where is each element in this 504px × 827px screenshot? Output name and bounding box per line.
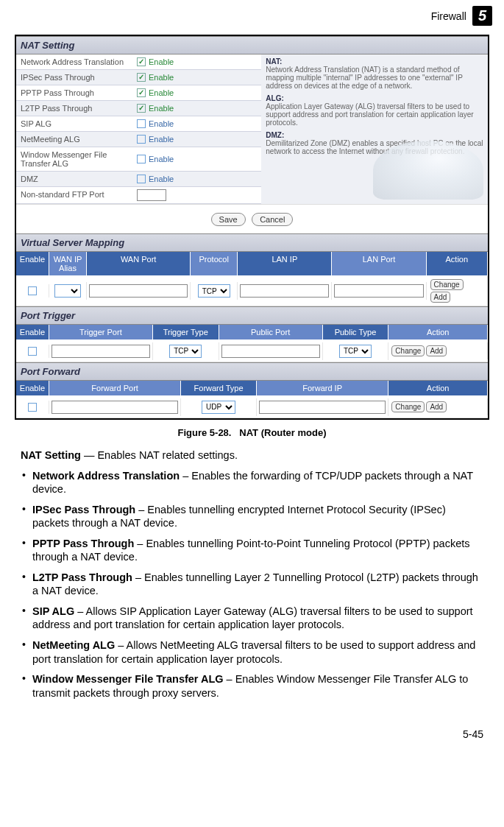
chapter-badge: 5 (472, 6, 492, 26)
pf-forward-ip-input[interactable] (259, 401, 386, 414)
pt-change-button[interactable]: Change (391, 345, 425, 356)
pt-add-button[interactable]: Add (426, 345, 447, 356)
pt-header-row: Enable Trigger Port Trigger Type Public … (16, 325, 488, 340)
body-text: NAT Setting — Enables NAT related settin… (0, 448, 504, 700)
vsm-lan-port-input[interactable] (334, 284, 423, 298)
col-enable: Enable (16, 325, 49, 340)
vsm-wan-port-input[interactable] (89, 284, 188, 298)
help-dmz-term: DMZ: (266, 131, 284, 139)
intro-rest: — Enables NAT related settings. (81, 449, 238, 461)
vsm-lan-ip-input[interactable] (240, 284, 329, 298)
nat-row-label: IPSec Pass Through (16, 70, 134, 85)
nat-row-label: PPTP Pass Through (16, 85, 134, 100)
col-wan-port: WAN Port (87, 252, 191, 276)
nat-row-label: SIP ALG (16, 116, 134, 131)
pt-enable-checkbox[interactable] (28, 347, 37, 356)
checkbox-checked-icon[interactable]: ✓ (137, 88, 146, 97)
vsm-add-button[interactable]: Add (430, 292, 451, 303)
section-virtual-server-mapping: Virtual Server Mapping (16, 233, 488, 252)
col-action: Action (388, 325, 488, 340)
list-item-rest: – Allows SIP Application Layer Gateway (… (32, 605, 473, 631)
nat-row: Non-standard FTP Port (16, 187, 261, 204)
pf-change-button[interactable]: Change (391, 401, 425, 412)
col-forward-type: Forward Type (181, 381, 257, 396)
pf-enable-checkbox[interactable] (28, 403, 37, 412)
checkbox-unchecked-icon[interactable]: ✓ (137, 119, 146, 128)
nat-row: Network Address Translation✓Enable (16, 54, 261, 70)
col-action: Action (388, 381, 488, 396)
pf-forward-type-select[interactable]: UDP (202, 401, 235, 414)
col-lan-ip: LAN IP (238, 252, 332, 276)
checkbox-unchecked-icon[interactable]: ✓ (137, 155, 146, 163)
nat-row: PPTP Pass Through✓Enable (16, 85, 261, 101)
nat-row-label: L2TP Pass Through (16, 101, 134, 116)
nat-row: Window Messenger File Transfer ALG✓Enabl… (16, 147, 261, 172)
section-nat-setting: NAT Setting (16, 36, 488, 54)
list-item: NetMeeting ALG – Allows NetMeeting ALG t… (21, 638, 483, 666)
list-item: PPTP Pass Through – Enables tunnelling P… (21, 537, 483, 564)
checkbox-unchecked-icon[interactable]: ✓ (137, 135, 146, 144)
list-item: SIP ALG – Allows SIP Application Layer G… (21, 605, 483, 632)
header-section: Firewall (431, 10, 466, 22)
checkbox-unchecked-icon[interactable]: ✓ (137, 175, 146, 183)
nat-row-value (134, 187, 261, 203)
enable-label: Enable (149, 155, 174, 163)
list-item-term: Network Address Translation (32, 470, 180, 482)
col-enable: Enable (16, 381, 49, 396)
nat-row-value: ✓Enable (134, 172, 261, 186)
vsm-wan-ip-alias-select[interactable] (54, 284, 80, 298)
list-item: Window Messenger File Transfer ALG – Ena… (21, 672, 483, 700)
ftp-port-input[interactable] (137, 189, 166, 201)
vsm-change-button[interactable]: Change (430, 279, 464, 290)
enable-label: Enable (149, 119, 174, 128)
pt-row: TCP TCP Change Add (16, 340, 488, 362)
nat-row-value: ✓Enable (134, 70, 261, 85)
enable-label: Enable (149, 57, 174, 66)
nat-row-label: Non-standard FTP Port (16, 187, 134, 203)
nat-row-label: NetMeeting ALG (16, 132, 134, 147)
vsm-protocol-select[interactable]: TCP (198, 284, 230, 298)
checkbox-checked-icon[interactable]: ✓ (137, 73, 146, 82)
checkbox-checked-icon[interactable]: ✓ (137, 104, 146, 113)
col-trigger-port: Trigger Port (49, 325, 153, 340)
col-protocol: Protocol (191, 252, 238, 276)
save-button[interactable]: Save (211, 213, 246, 226)
pf-add-button[interactable]: Add (426, 401, 447, 412)
enable-label: Enable (149, 135, 174, 144)
checkbox-checked-icon[interactable]: ✓ (137, 57, 146, 66)
vsm-header-row: Enable WAN IP Alias WAN Port Protocol LA… (16, 252, 488, 276)
enable-label: Enable (149, 73, 174, 82)
pf-forward-port-input[interactable] (52, 401, 178, 414)
col-forward-port: Forward Port (49, 381, 181, 396)
pt-trigger-port-input[interactable] (52, 345, 150, 358)
nat-row-value: ✓Enable (134, 147, 261, 171)
list-item: IPSec Pass Through – Enables tunnelling … (21, 503, 483, 530)
help-nat-term: NAT: (266, 57, 282, 66)
col-enable: Enable (16, 252, 49, 276)
vsm-row: TCP Change Add (16, 276, 488, 306)
vsm-enable-checkbox[interactable] (28, 286, 37, 295)
nat-row: SIP ALG✓Enable (16, 116, 261, 132)
nat-row-value: ✓Enable (134, 54, 261, 69)
save-cancel-bar: Save Cancel (16, 204, 488, 233)
config-screenshot: NAT Setting Network Address Translation✓… (15, 35, 489, 420)
nat-row: IPSec Pass Through✓Enable (16, 70, 261, 85)
section-port-trigger: Port Trigger (16, 306, 488, 325)
nat-row: L2TP Pass Through✓Enable (16, 101, 261, 116)
page-number: 5-45 (0, 706, 504, 749)
nat-row-label: DMZ (16, 172, 134, 186)
nat-row-value: ✓Enable (134, 85, 261, 100)
pt-trigger-type-select[interactable]: TCP (169, 345, 202, 358)
col-trigger-type: Trigger Type (153, 325, 219, 340)
list-item-term: Window Messenger File Transfer ALG (32, 673, 224, 685)
nat-row-value: ✓Enable (134, 116, 261, 131)
list-item: L2TP Pass Through – Enables tunnelling L… (21, 571, 483, 598)
pt-public-type-select[interactable]: TCP (339, 345, 372, 358)
figure-title: NAT (Router mode) (239, 427, 326, 438)
list-item-term: PPTP Pass Through (32, 538, 134, 549)
list-item-term: NetMeeting ALG (32, 639, 115, 651)
cancel-button[interactable]: Cancel (252, 213, 293, 226)
col-wan-ip-alias: WAN IP Alias (49, 252, 87, 276)
router-image (373, 141, 483, 200)
pt-public-port-input[interactable] (221, 345, 320, 358)
